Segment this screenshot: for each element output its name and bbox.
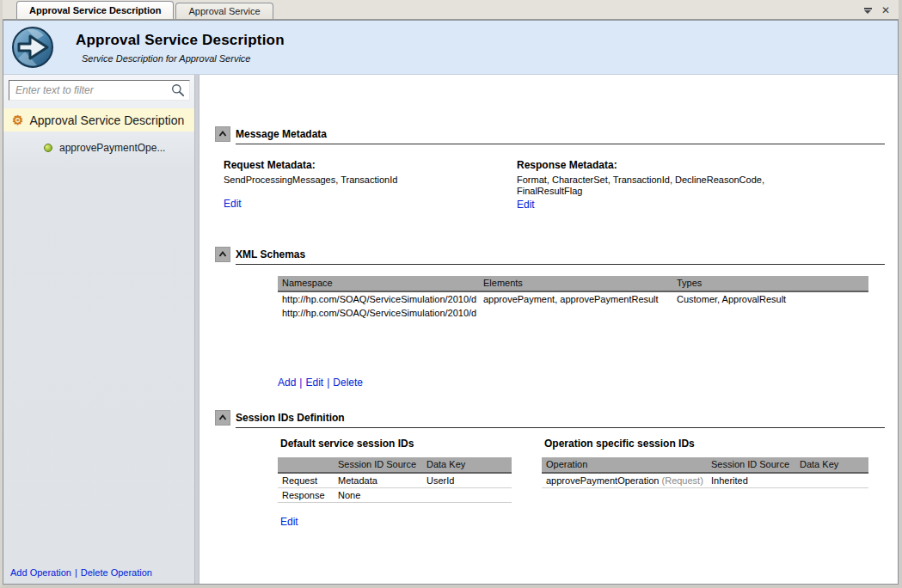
section-divider	[236, 427, 885, 428]
response-metadata-edit-link[interactable]: Edit	[517, 199, 535, 211]
default-session-ids-heading: Default service session IDs	[278, 438, 512, 450]
link-separator: |	[327, 377, 329, 389]
tree-item-operation[interactable]: approvePaymentOpe...	[3, 139, 194, 156]
section-xml-schemas: XML Schemas Namespace Elements Types htt…	[215, 247, 885, 389]
column-header-types[interactable]: Types	[672, 276, 868, 291]
collapse-button[interactable]	[215, 247, 230, 262]
header-text: Approval Service Description Service Des…	[76, 32, 285, 64]
delete-operation-link[interactable]: Delete Operation	[81, 567, 152, 578]
main-panel: Message Metadata Request Metadata: SendP…	[199, 75, 898, 584]
request-metadata-label: Request Metadata:	[224, 159, 511, 171]
xml-schemas-table: Namespace Elements Types http://hp.com/S…	[278, 276, 868, 320]
page-header: Approval Service Description Service Des…	[3, 21, 898, 75]
tab-label: Approval Service Description	[29, 5, 161, 15]
xml-schema-actions: Add|Edit|Delete	[278, 377, 885, 389]
session-ids-edit-link[interactable]: Edit	[280, 516, 298, 528]
filter-wrap	[9, 80, 190, 101]
table-row[interactable]: Response None	[278, 488, 512, 503]
table-header-row: Namespace Elements Types	[278, 276, 868, 292]
cell-source: Metadata	[334, 474, 422, 487]
column-header-elements[interactable]: Elements	[479, 276, 672, 291]
table-row[interactable]: Request Metadata UserId	[278, 474, 512, 488]
table-header-row: Session ID Source Data Key	[278, 457, 512, 474]
cell-source: Inherited	[707, 474, 795, 487]
default-session-ids-block: Default service session IDs Session ID S…	[278, 438, 512, 528]
table-row[interactable]: http://hp.com/SOAQ/ServiceSimulation/201…	[278, 292, 868, 306]
section-session-ids: Session IDs Definition Default service s…	[215, 410, 885, 528]
search-icon	[171, 83, 185, 97]
column-header-source[interactable]: Session ID Source	[707, 457, 795, 472]
column-header-namespace[interactable]: Namespace	[278, 276, 479, 291]
operation-status-icon	[44, 144, 52, 152]
filter-input[interactable]	[9, 80, 190, 101]
cell-source: None	[334, 488, 422, 502]
chevron-up-icon	[218, 249, 228, 260]
operation-direction: (Request)	[662, 475, 703, 486]
cell-namespace: http://hp.com/SOAQ/ServiceSimulation/201…	[278, 292, 479, 306]
column-header-blank	[278, 457, 334, 472]
cell-key	[422, 488, 512, 502]
collapse-button[interactable]	[215, 410, 230, 426]
tab-bar: Approval Service Description Approval Se…	[3, 0, 899, 20]
page-subtitle: Service Description for Approval Service	[82, 53, 285, 64]
section-title: Session IDs Definition	[236, 412, 345, 424]
tab-approval-service[interactable]: Approval Service	[175, 3, 273, 19]
tab-label: Approval Service	[188, 6, 260, 16]
tab-list-icon[interactable]	[863, 8, 873, 14]
table-row[interactable]: http://hp.com/SOAQ/ServiceSimulation/201…	[278, 306, 868, 320]
section-title: XML Schemas	[236, 248, 305, 260]
request-metadata-edit-link[interactable]: Edit	[224, 198, 242, 210]
tree-item-service-description[interactable]: ⚙ Approval Service Description	[3, 108, 194, 132]
section-divider	[236, 264, 885, 265]
column-header-source[interactable]: Session ID Source	[334, 457, 422, 472]
tree-item-label: approvePaymentOpe...	[59, 142, 165, 154]
section-title: Message Metadata	[236, 128, 327, 140]
column-header-operation[interactable]: Operation	[542, 457, 707, 472]
add-link[interactable]: Add	[278, 377, 296, 389]
cell-key	[795, 474, 868, 487]
cell-key: UserId	[422, 474, 512, 487]
application-window: Approval Service Description Approval Se…	[0, 0, 902, 588]
operation-session-ids-block: Operation specific session IDs Operation…	[542, 438, 868, 528]
tree-item-label: Approval Service Description	[29, 113, 184, 127]
chevron-up-icon	[218, 413, 228, 423]
section-divider	[236, 144, 885, 144]
request-metadata-value: SendProcessingMessages, TransactionId	[224, 175, 511, 186]
link-separator: |	[75, 567, 77, 578]
edit-link[interactable]: Edit	[305, 377, 323, 389]
cell-operation: approvePaymentOperation (Request)	[542, 474, 707, 487]
response-metadata-value: Format, CharacterSet, TransactionId, Dec…	[517, 175, 825, 197]
cell-message: Request	[278, 474, 334, 487]
column-header-key[interactable]: Data Key	[422, 457, 512, 472]
collapse-button[interactable]	[215, 126, 230, 142]
operation-session-ids-heading: Operation specific session IDs	[542, 438, 868, 450]
response-metadata-label: Response Metadata:	[517, 159, 825, 171]
cell-elements: approvePayment, approvePaymentResult	[479, 292, 672, 306]
delete-link[interactable]: Delete	[333, 377, 363, 389]
default-session-ids-table: Session ID Source Data Key Request Metad…	[278, 457, 512, 503]
gear-icon: ⚙	[12, 113, 23, 126]
service-tree: ⚙ Approval Service Description approvePa…	[3, 108, 194, 156]
window-controls: ✕	[863, 5, 899, 19]
section-message-metadata: Message Metadata Request Metadata: SendP…	[215, 126, 885, 211]
tab-approval-service-description[interactable]: Approval Service Description	[16, 1, 174, 19]
service-arrow-icon	[11, 26, 54, 69]
cell-namespace: http://hp.com/SOAQ/ServiceSimulation/201…	[278, 306, 479, 320]
cell-elements	[479, 306, 672, 320]
response-metadata-block: Response Metadata: Format, CharacterSet,…	[511, 159, 825, 211]
cell-types: Customer, ApprovalResult	[672, 292, 868, 306]
sidebar: ⚙ Approval Service Description approvePa…	[3, 75, 194, 584]
cell-types	[672, 306, 868, 320]
operation-session-ids-table: Operation Session ID Source Data Key app…	[542, 457, 868, 488]
request-metadata-block: Request Metadata: SendProcessingMessages…	[215, 159, 511, 211]
content-frame: Approval Service Description Service Des…	[3, 20, 899, 585]
link-separator: |	[299, 377, 302, 389]
add-operation-link[interactable]: Add Operation	[10, 567, 71, 578]
table-row[interactable]: approvePaymentOperation (Request) Inheri…	[542, 474, 868, 488]
sidebar-footer: Add Operation|Delete Operation	[10, 567, 152, 578]
column-header-key[interactable]: Data Key	[795, 457, 868, 472]
table-header-row: Operation Session ID Source Data Key	[542, 457, 868, 474]
chevron-up-icon	[218, 129, 228, 139]
cell-message: Response	[278, 488, 334, 502]
close-icon[interactable]: ✕	[881, 5, 890, 15]
